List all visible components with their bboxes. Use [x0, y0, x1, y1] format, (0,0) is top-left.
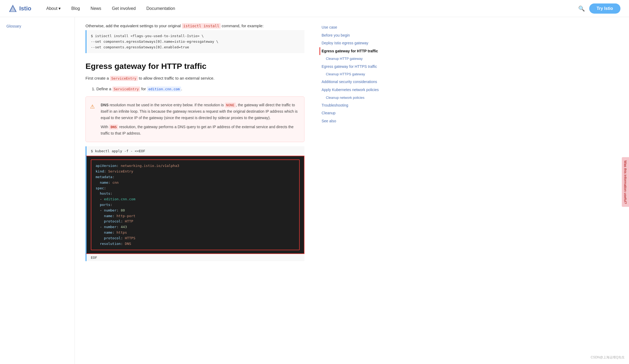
nav-get-involved[interactable]: Get involved	[108, 4, 140, 13]
toc-item-5[interactable]: Egress gateway for HTTPS traffic	[319, 63, 386, 71]
edition-cnn-code: edition.cnn.com	[147, 87, 181, 92]
warning-text-1: DNS resolution must be used in the servi…	[101, 102, 299, 121]
toc-item-9[interactable]: Cleanup network policies	[319, 94, 386, 101]
nav-blog[interactable]: Blog	[67, 4, 84, 13]
right-toc: Use caseBefore you beginDeploy Istio egr…	[315, 17, 390, 132]
warning-icon: ⚠	[90, 102, 95, 111]
eof-line: EOF	[85, 254, 304, 261]
toc-item-4[interactable]: Cleanup HTTP gateway	[319, 55, 386, 62]
main-content: Otherwise, add the equivalent settings t…	[75, 17, 315, 364]
logo-text: Istio	[19, 5, 31, 12]
warning-text-2: With DNS resolution, the gateway perform…	[101, 124, 299, 137]
nav-right: 🔍 Try Istio	[578, 3, 620, 14]
toc-item-11[interactable]: Cleanup	[319, 109, 386, 117]
sidebar-item-glossary[interactable]: Glossary	[0, 21, 75, 31]
intro-paragraph: First create a ServiceEntry to allow dir…	[85, 75, 304, 81]
none-code: NONE	[225, 103, 236, 108]
service-entry-code-2: ServiceEntry	[112, 87, 140, 92]
toc-item-0[interactable]: Use case	[319, 24, 386, 32]
toc-item-10[interactable]: Troubleshooting	[319, 101, 386, 109]
watermark: CSDN@上海运维Q先生	[591, 355, 625, 360]
nav-about[interactable]: About ▾	[42, 4, 65, 13]
top-intro: Otherwise, add the equivalent settings t…	[85, 24, 304, 28]
navigation: Istio About ▾ Blog News Get involved Doc…	[0, 0, 629, 17]
toc-item-8[interactable]: Apply Kubernetes network policies	[319, 86, 386, 94]
service-entry-code-1: ServiceEntry	[110, 76, 138, 81]
toc-item-6[interactable]: Cleanup HTTPS gateway	[319, 71, 386, 78]
warning-box: ⚠ DNS resolution must be used in the ser…	[85, 96, 304, 142]
istioctl-install-code: istioctl install	[182, 23, 221, 29]
toc-item-12[interactable]: See also	[319, 117, 386, 125]
kubectl-apply-cmd: $ kubectl apply -f - <<EOF	[85, 146, 304, 156]
page-layout: Glossary Otherwise, add the equivalent s…	[0, 17, 629, 364]
nav-links: About ▾ Blog News Get involved Documenta…	[42, 4, 578, 13]
step-1-label: 1. Define a ServiceEntry for edition.cnn…	[92, 86, 304, 92]
top-code-block: $ istioctl install <flags-you-used-to-in…	[85, 30, 304, 53]
cmd-line-3: --set components.egressGateways[0].enabl…	[91, 45, 300, 50]
section-title: Egress gateway for HTTP traffic	[85, 62, 304, 71]
nav-documentation[interactable]: Documentation	[142, 4, 179, 13]
yaml-code-block: apiVersion: networking.istio.io/v1alpha3…	[91, 159, 300, 250]
toc-item-7[interactable]: Additional security considerations	[319, 78, 386, 86]
logo[interactable]: Istio	[9, 4, 31, 13]
toc-item-2[interactable]: Deploy Istio egress gateway	[319, 39, 386, 47]
dns-code: DNS	[109, 124, 118, 130]
search-icon[interactable]: 🔍	[578, 5, 585, 12]
nav-news[interactable]: News	[86, 4, 106, 13]
chevron-down-icon: ▾	[58, 6, 61, 11]
toc-item-1[interactable]: Before you begin	[319, 32, 386, 40]
feedback-tab[interactable]: Was this information useful?	[622, 157, 629, 207]
sidebar: Glossary	[0, 17, 75, 364]
try-istio-button[interactable]: Try Istio	[589, 3, 620, 14]
cmd-line-2: --set components.egressGateways[0].name=…	[91, 39, 300, 45]
toc-item-3[interactable]: Egress gateway for HTTP traffic	[319, 47, 386, 55]
top-code-section: Otherwise, add the equivalent settings t…	[85, 24, 304, 53]
cmd-line-1: $ istioctl install <flags-you-used-to-in…	[91, 33, 300, 39]
